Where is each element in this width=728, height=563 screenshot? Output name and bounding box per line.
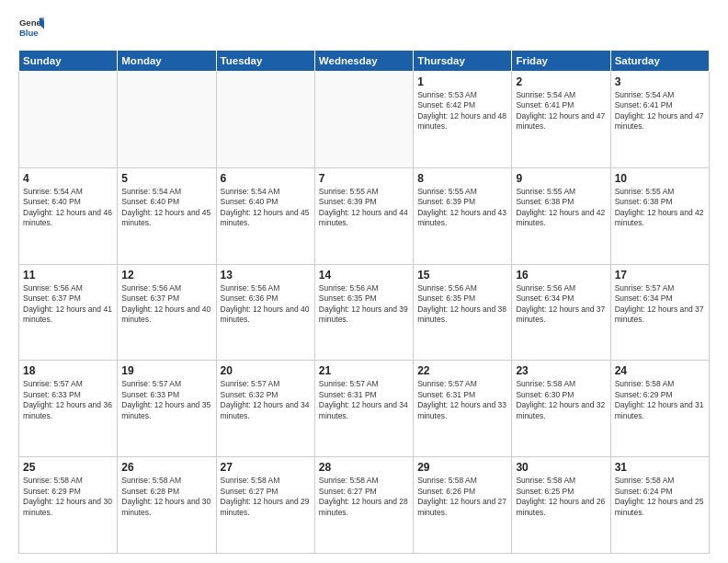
day-number: 16 — [516, 269, 606, 282]
calendar-cell: 12Sunrise: 5:56 AM Sunset: 6:37 PM Dayli… — [118, 264, 216, 361]
cell-info: Sunrise: 5:53 AM Sunset: 6:42 PM Dayligh… — [417, 90, 507, 132]
calendar-cell: 24Sunrise: 5:58 AM Sunset: 6:29 PM Dayli… — [610, 361, 709, 457]
calendar-cell: 23Sunrise: 5:58 AM Sunset: 6:30 PM Dayli… — [512, 361, 610, 457]
calendar-cell: 25Sunrise: 5:58 AM Sunset: 6:29 PM Dayli… — [19, 457, 118, 554]
cell-info: Sunrise: 5:54 AM Sunset: 6:40 PM Dayligh… — [121, 187, 211, 229]
calendar-cell: 11Sunrise: 5:56 AM Sunset: 6:37 PM Dayli… — [19, 264, 118, 361]
cell-info: Sunrise: 5:57 AM Sunset: 6:31 PM Dayligh… — [417, 379, 507, 421]
cell-info: Sunrise: 5:57 AM Sunset: 6:34 PM Dayligh… — [615, 283, 705, 326]
calendar-cell: 4Sunrise: 5:54 AM Sunset: 6:40 PM Daylig… — [19, 167, 118, 264]
cell-info: Sunrise: 5:55 AM Sunset: 6:39 PM Dayligh… — [319, 187, 409, 229]
week-row-2: 11Sunrise: 5:56 AM Sunset: 6:37 PM Dayli… — [19, 264, 710, 361]
calendar-cell: 18Sunrise: 5:57 AM Sunset: 6:33 PM Dayli… — [19, 361, 118, 457]
cell-info: Sunrise: 5:58 AM Sunset: 6:28 PM Dayligh… — [121, 476, 211, 518]
day-number: 31 — [615, 461, 705, 474]
calendar-cell — [118, 72, 216, 168]
logo: General Blue — [18, 15, 44, 40]
calendar-cell: 31Sunrise: 5:58 AM Sunset: 6:24 PM Dayli… — [610, 457, 709, 554]
calendar-cell: 14Sunrise: 5:56 AM Sunset: 6:35 PM Dayli… — [314, 264, 413, 361]
cell-info: Sunrise: 5:56 AM Sunset: 6:34 PM Dayligh… — [516, 283, 606, 326]
calendar-cell: 17Sunrise: 5:57 AM Sunset: 6:34 PM Dayli… — [610, 264, 709, 361]
cell-info: Sunrise: 5:54 AM Sunset: 6:40 PM Dayligh… — [23, 187, 113, 229]
day-number: 29 — [417, 461, 507, 474]
cell-info: Sunrise: 5:56 AM Sunset: 6:37 PM Dayligh… — [121, 283, 211, 326]
day-number: 12 — [121, 269, 211, 282]
day-number: 6 — [221, 172, 311, 185]
week-row-0: 1Sunrise: 5:53 AM Sunset: 6:42 PM Daylig… — [19, 72, 710, 168]
cell-info: Sunrise: 5:57 AM Sunset: 6:33 PM Dayligh… — [23, 379, 113, 421]
day-number: 23 — [516, 364, 606, 377]
day-number: 26 — [121, 461, 211, 474]
day-number: 10 — [615, 172, 705, 185]
cell-info: Sunrise: 5:58 AM Sunset: 6:27 PM Dayligh… — [319, 476, 409, 518]
day-header-friday: Friday — [512, 51, 610, 72]
day-header-monday: Monday — [118, 51, 216, 72]
calendar-cell: 10Sunrise: 5:55 AM Sunset: 6:38 PM Dayli… — [610, 167, 709, 264]
day-header-saturday: Saturday — [610, 51, 709, 72]
calendar-cell — [314, 72, 413, 168]
calendar-cell: 5Sunrise: 5:54 AM Sunset: 6:40 PM Daylig… — [118, 167, 216, 264]
day-header-thursday: Thursday — [414, 51, 512, 72]
calendar-cell: 3Sunrise: 5:54 AM Sunset: 6:41 PM Daylig… — [610, 72, 709, 168]
cell-info: Sunrise: 5:56 AM Sunset: 6:37 PM Dayligh… — [23, 283, 113, 326]
calendar-cell: 6Sunrise: 5:54 AM Sunset: 6:40 PM Daylig… — [216, 167, 314, 264]
day-header-sunday: Sunday — [19, 51, 118, 72]
cell-info: Sunrise: 5:58 AM Sunset: 6:30 PM Dayligh… — [516, 379, 606, 421]
day-number: 14 — [319, 269, 409, 282]
calendar-cell: 20Sunrise: 5:57 AM Sunset: 6:32 PM Dayli… — [216, 361, 314, 457]
cell-info: Sunrise: 5:54 AM Sunset: 6:41 PM Dayligh… — [516, 90, 606, 132]
cell-info: Sunrise: 5:58 AM Sunset: 6:26 PM Dayligh… — [417, 476, 507, 518]
calendar-cell — [216, 72, 314, 168]
calendar-cell: 1Sunrise: 5:53 AM Sunset: 6:42 PM Daylig… — [414, 72, 512, 168]
day-number: 4 — [23, 172, 113, 185]
calendar-cell: 27Sunrise: 5:58 AM Sunset: 6:27 PM Dayli… — [216, 457, 314, 554]
cell-info: Sunrise: 5:55 AM Sunset: 6:38 PM Dayligh… — [516, 187, 606, 229]
day-number: 28 — [319, 461, 409, 474]
page: General Blue SundayMondayTuesdayWednesda… — [0, 0, 728, 563]
day-number: 8 — [417, 172, 507, 185]
cell-info: Sunrise: 5:56 AM Sunset: 6:35 PM Dayligh… — [319, 283, 409, 326]
day-number: 17 — [615, 269, 705, 282]
calendar-cell: 22Sunrise: 5:57 AM Sunset: 6:31 PM Dayli… — [414, 361, 512, 457]
calendar-cell: 16Sunrise: 5:56 AM Sunset: 6:34 PM Dayli… — [512, 264, 610, 361]
day-header-tuesday: Tuesday — [216, 51, 314, 72]
day-header-wednesday: Wednesday — [314, 51, 413, 72]
cell-info: Sunrise: 5:57 AM Sunset: 6:32 PM Dayligh… — [221, 379, 311, 421]
calendar-cell: 21Sunrise: 5:57 AM Sunset: 6:31 PM Dayli… — [314, 361, 413, 457]
day-number: 21 — [319, 364, 409, 377]
calendar-cell: 28Sunrise: 5:58 AM Sunset: 6:27 PM Dayli… — [314, 457, 413, 554]
cell-info: Sunrise: 5:57 AM Sunset: 6:33 PM Dayligh… — [121, 379, 211, 421]
week-row-4: 25Sunrise: 5:58 AM Sunset: 6:29 PM Dayli… — [19, 457, 710, 554]
calendar-cell: 29Sunrise: 5:58 AM Sunset: 6:26 PM Dayli… — [414, 457, 512, 554]
cell-info: Sunrise: 5:54 AM Sunset: 6:41 PM Dayligh… — [615, 90, 705, 132]
calendar-table: SundayMondayTuesdayWednesdayThursdayFrid… — [18, 50, 710, 554]
calendar-cell — [19, 72, 118, 168]
calendar-cell: 7Sunrise: 5:55 AM Sunset: 6:39 PM Daylig… — [314, 167, 413, 264]
cell-info: Sunrise: 5:58 AM Sunset: 6:24 PM Dayligh… — [615, 476, 705, 518]
cell-info: Sunrise: 5:56 AM Sunset: 6:36 PM Dayligh… — [221, 283, 311, 326]
cell-info: Sunrise: 5:58 AM Sunset: 6:29 PM Dayligh… — [615, 379, 705, 421]
cell-info: Sunrise: 5:56 AM Sunset: 6:35 PM Dayligh… — [417, 283, 507, 326]
cell-info: Sunrise: 5:55 AM Sunset: 6:39 PM Dayligh… — [417, 187, 507, 229]
header: General Blue — [18, 15, 710, 40]
day-number: 19 — [121, 364, 211, 377]
calendar-cell: 26Sunrise: 5:58 AM Sunset: 6:28 PM Dayli… — [118, 457, 216, 554]
day-number: 11 — [23, 269, 113, 282]
day-number: 24 — [615, 364, 705, 377]
calendar-cell: 30Sunrise: 5:58 AM Sunset: 6:25 PM Dayli… — [512, 457, 610, 554]
day-number: 25 — [23, 461, 113, 474]
day-number: 1 — [417, 75, 507, 88]
calendar-cell: 8Sunrise: 5:55 AM Sunset: 6:39 PM Daylig… — [414, 167, 512, 264]
day-number: 9 — [516, 172, 606, 185]
week-row-3: 18Sunrise: 5:57 AM Sunset: 6:33 PM Dayli… — [19, 361, 710, 457]
week-row-1: 4Sunrise: 5:54 AM Sunset: 6:40 PM Daylig… — [19, 167, 710, 264]
day-number: 18 — [23, 364, 113, 377]
calendar-cell: 19Sunrise: 5:57 AM Sunset: 6:33 PM Dayli… — [118, 361, 216, 457]
day-number: 15 — [417, 269, 507, 282]
cell-info: Sunrise: 5:58 AM Sunset: 6:25 PM Dayligh… — [516, 476, 606, 518]
calendar-body: 1Sunrise: 5:53 AM Sunset: 6:42 PM Daylig… — [19, 72, 710, 554]
calendar-cell: 2Sunrise: 5:54 AM Sunset: 6:41 PM Daylig… — [512, 72, 610, 168]
day-number: 13 — [221, 269, 311, 282]
cell-info: Sunrise: 5:57 AM Sunset: 6:31 PM Dayligh… — [319, 379, 409, 421]
day-number: 3 — [615, 75, 705, 88]
